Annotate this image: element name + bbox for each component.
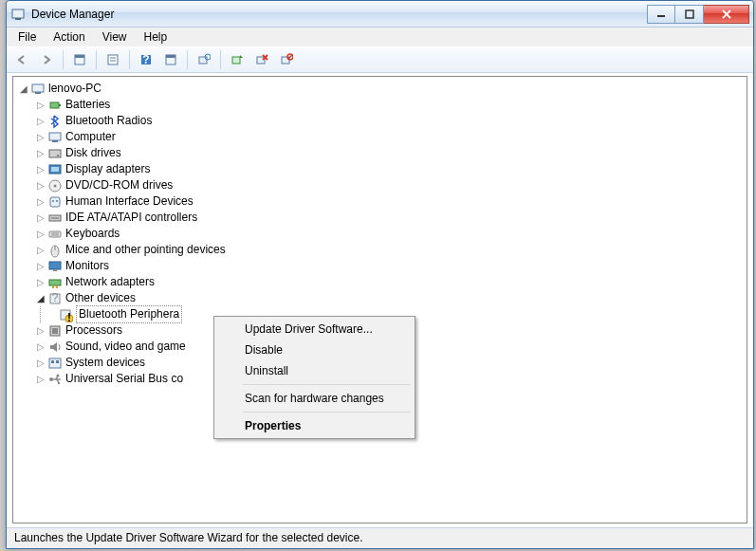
ctx-separator xyxy=(243,412,411,413)
category-icon xyxy=(47,259,63,274)
statusbar: Launches the Update Driver Software Wiza… xyxy=(7,527,753,548)
titlebar[interactable]: Device Manager xyxy=(7,1,753,28)
expand-icon[interactable]: ▷ xyxy=(34,113,47,129)
window-title: Device Manager xyxy=(31,8,647,21)
svg-rect-41 xyxy=(49,231,61,237)
tree-node[interactable]: ▷DVD/CD-ROM drives xyxy=(34,177,743,193)
tree-label: Other devices xyxy=(65,290,136,306)
svg-rect-48 xyxy=(49,280,61,285)
menu-help[interactable]: Help xyxy=(137,28,175,46)
expand-icon[interactable]: ▷ xyxy=(34,258,47,274)
tree-node[interactable]: ▷Human Interface Devices xyxy=(34,193,743,210)
expand-icon[interactable]: ▷ xyxy=(34,355,47,371)
tree-label: Display adapters xyxy=(65,161,150,177)
collapse-icon[interactable]: ◢ xyxy=(17,81,30,97)
svg-rect-50 xyxy=(56,285,58,288)
svg-rect-3 xyxy=(686,10,693,18)
disable-button[interactable] xyxy=(275,48,298,71)
category-icon xyxy=(47,194,63,210)
ctx-disable[interactable]: Disable xyxy=(216,340,413,360)
expand-icon[interactable]: ▷ xyxy=(34,371,47,387)
expand-icon[interactable]: ▷ xyxy=(34,129,47,145)
svg-point-31 xyxy=(57,155,59,156)
tree-label: Bluetooth Radios xyxy=(65,113,152,129)
tree-label: Bluetooth Periphera xyxy=(76,305,182,323)
expand-icon[interactable]: ▷ xyxy=(34,226,47,242)
status-text: Launches the Update Driver Software Wiza… xyxy=(14,531,363,544)
ctx-scan[interactable]: Scan for hardware changes xyxy=(216,388,413,409)
update-driver-button[interactable] xyxy=(226,48,249,71)
svg-rect-28 xyxy=(49,133,61,140)
tree-label: Monitors xyxy=(65,258,109,274)
uninstall-button[interactable] xyxy=(250,48,273,71)
expand-icon[interactable]: ▷ xyxy=(34,339,47,355)
svg-rect-27 xyxy=(59,104,61,106)
svg-rect-58 xyxy=(49,358,61,368)
svg-point-38 xyxy=(56,200,58,202)
collapse-icon[interactable]: ◢ xyxy=(34,290,47,306)
help-button[interactable]: ? xyxy=(135,48,157,71)
back-button[interactable] xyxy=(10,48,33,71)
properties-button[interactable] xyxy=(101,48,124,71)
tree-label: System devices xyxy=(65,355,145,371)
tree-node[interactable]: ▷Bluetooth Radios xyxy=(34,113,743,129)
menu-file[interactable]: File xyxy=(10,28,44,46)
tree-node[interactable]: ◢?Other devices xyxy=(34,290,743,306)
expand-icon[interactable]: ▷ xyxy=(34,177,47,193)
expand-icon[interactable]: ▷ xyxy=(34,161,47,177)
svg-rect-8 xyxy=(108,55,118,64)
tree-root[interactable]: ◢ lenovo-PC xyxy=(17,81,743,97)
ctx-properties[interactable]: Properties xyxy=(216,415,413,436)
tree-label: Network adapters xyxy=(65,274,155,290)
svg-rect-26 xyxy=(50,102,59,108)
expand-icon[interactable]: ▷ xyxy=(34,145,47,161)
category-icon xyxy=(47,243,63,258)
svg-rect-29 xyxy=(52,140,58,142)
show-hide-tree-button[interactable] xyxy=(68,48,91,71)
category-icon xyxy=(47,323,63,339)
expand-icon[interactable]: ▷ xyxy=(34,274,47,290)
tree-label: DVD/CD-ROM drives xyxy=(65,177,173,193)
forward-button[interactable] xyxy=(35,48,58,71)
tree-node[interactable]: ▷Disk drives xyxy=(34,145,743,161)
menu-view[interactable]: View xyxy=(95,28,135,46)
expand-icon[interactable]: ▷ xyxy=(34,97,47,113)
computer-icon xyxy=(30,82,46,97)
svg-point-61 xyxy=(49,377,53,381)
device-tree-pane[interactable]: ◢ lenovo-PC ▷Batteries▷Bluetooth Radios▷… xyxy=(12,76,747,523)
svg-rect-46 xyxy=(49,262,61,269)
root-label: lenovo-PC xyxy=(48,81,101,97)
svg-rect-15 xyxy=(199,57,207,64)
svg-text:?: ? xyxy=(52,291,59,304)
ctx-uninstall[interactable]: Uninstall xyxy=(216,360,413,381)
svg-point-37 xyxy=(52,200,54,202)
expand-icon[interactable]: ▷ xyxy=(34,210,47,226)
tree-node[interactable]: ▷Mice and other pointing devices xyxy=(34,242,743,258)
toolbar: ? xyxy=(7,46,753,73)
tree-label: Human Interface Devices xyxy=(65,193,194,210)
expand-icon[interactable]: ▷ xyxy=(34,193,47,210)
category-icon xyxy=(47,340,63,355)
category-icon xyxy=(47,114,63,129)
category-icon xyxy=(47,178,63,193)
expand-icon[interactable]: ▷ xyxy=(34,242,47,258)
category-icon xyxy=(47,130,63,145)
tree-node[interactable]: ▷IDE ATA/ATAPI controllers xyxy=(34,210,743,226)
tree-node[interactable]: ▷Batteries xyxy=(34,97,743,113)
show-hidden-button[interactable] xyxy=(159,48,182,71)
category-icon xyxy=(47,275,63,290)
tree-node[interactable]: ▷Display adapters xyxy=(34,161,743,177)
menu-action[interactable]: Action xyxy=(46,28,92,46)
tree-node[interactable]: ▷Network adapters xyxy=(34,274,743,290)
tree-node[interactable]: ▷Keyboards xyxy=(34,226,743,242)
minimize-button[interactable] xyxy=(647,5,675,24)
close-button[interactable] xyxy=(704,5,749,24)
svg-rect-14 xyxy=(166,55,175,58)
tree-node[interactable]: ▷Monitors xyxy=(34,258,743,274)
scan-hardware-button[interactable] xyxy=(193,48,215,71)
ctx-update-driver[interactable]: Update Driver Software... xyxy=(216,319,413,340)
tree-node[interactable]: ▷Computer xyxy=(34,129,743,145)
app-icon xyxy=(10,7,26,22)
maximize-button[interactable] xyxy=(675,5,704,24)
expand-icon[interactable]: ▷ xyxy=(34,322,47,339)
